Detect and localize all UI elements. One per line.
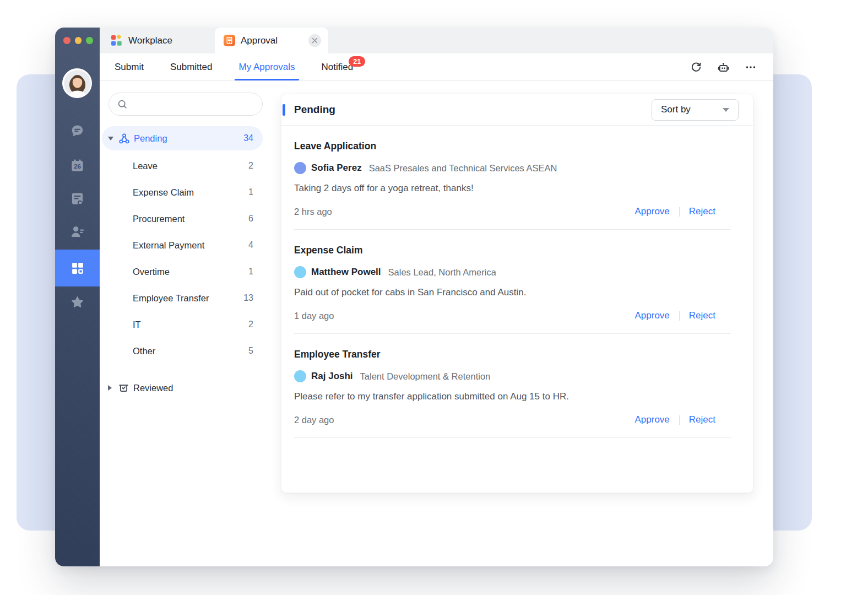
subnav-my-approvals[interactable]: My Approvals [238,53,295,80]
folder-category[interactable]: Leave 2 [102,153,263,179]
tab-close-button[interactable] [308,34,321,47]
approve-button[interactable]: Approve [634,206,669,217]
category-count: 1 [248,267,263,277]
content-area: Pending 34 Leave 2 Expense Claim 1 Procu… [100,81,773,566]
category-count: 1 [248,187,263,197]
chevron-down-icon [723,108,729,112]
request-description: Taking 2 days off for a yoga retreat, th… [294,182,731,195]
reviewed-archive-icon [118,382,129,394]
workplace-grid-icon [70,261,85,276]
search-icon [117,99,128,110]
category-count: 2 [248,161,263,171]
requester-avatar [294,370,306,382]
approval-card[interactable]: Expense Claim Matthew Powell Sales Lead,… [294,230,731,334]
approval-app-icon [224,35,235,46]
folder-pending-count: 34 [243,133,263,143]
action-divider [679,415,680,425]
tab-workplace[interactable]: Workplace [100,28,215,53]
assistant-bot-icon[interactable] [717,61,730,74]
svg-text:26: 26 [74,163,82,170]
category-label: Overtime [133,267,170,277]
folder-category[interactable]: Other 5 [102,338,263,364]
more-options-icon[interactable] [745,61,757,73]
approval-card[interactable]: Employee Transfer Raj Joshi Talent Devel… [294,334,731,438]
requester-department: SaaS Presales and Technical Services ASE… [369,163,557,174]
request-timestamp: 1 day ago [294,311,334,321]
approval-subnav: Submit Submitted My Approvals Notified 2… [100,53,773,81]
requester-name: Sofia Perez [311,163,362,174]
collapse-caret-icon[interactable] [108,137,113,140]
action-divider [679,207,680,217]
approve-button[interactable]: Approve [634,310,669,321]
requester-avatar [294,266,306,278]
sidebar-messenger-icon[interactable] [55,123,100,138]
category-count: 13 [243,293,263,303]
tab-approval-label: Approval [241,35,278,46]
sidebar-contacts-icon[interactable] [55,224,100,239]
approval-app-window: 26 Workplace Approval [55,28,773,566]
requester-name: Matthew Powell [311,267,381,278]
traffic-light-close[interactable] [63,37,70,44]
subnav-submitted[interactable]: Submitted [170,53,213,80]
sidebar-workplace-item[interactable] [55,250,100,286]
category-count: 2 [248,320,263,329]
app-sidebar: 26 [55,28,100,566]
request-description: Please refer to my transfer application … [294,390,731,403]
close-icon [312,37,318,44]
user-avatar[interactable] [62,68,92,98]
card-type-title: Expense Claim [294,244,731,257]
reject-button[interactable]: Reject [689,206,715,217]
folder-category[interactable]: Employee Transfer 13 [102,285,263,311]
card-footer: 2 day ago Approve Reject [294,414,731,425]
folder-category[interactable]: Overtime 1 [102,258,263,285]
card-footer: 2 hrs ago Approve Reject [294,206,731,217]
folder-reviewed[interactable]: Reviewed [102,375,263,401]
reject-button[interactable]: Reject [689,310,715,321]
search-box[interactable] [109,93,263,116]
accent-bar [283,104,285,116]
sidebar-favorites-icon[interactable] [55,295,100,310]
request-description: Paid out of pocket for cabs in San Franc… [294,286,731,299]
pending-workflow-icon [118,133,130,144]
request-timestamp: 2 hrs ago [294,207,332,217]
category-count: 6 [248,214,263,224]
category-label: Other [133,346,155,356]
folder-category[interactable]: External Payment 4 [102,232,263,258]
card-actions: Approve Reject [634,310,715,321]
approval-card[interactable]: Leave Application Sofia Perez SaaS Presa… [294,126,731,230]
approve-button[interactable]: Approve [634,414,669,425]
requester-name: Raj Joshi [311,371,353,382]
sidebar-calendar-icon[interactable]: 26 [55,158,100,173]
traffic-light-minimize[interactable] [75,37,82,44]
card-footer: 1 day ago Approve Reject [294,310,731,321]
window-controls [63,37,93,44]
category-label: Expense Claim [133,187,194,198]
folder-category[interactable]: Procurement 6 [102,205,263,232]
folder-category[interactable]: IT 2 [102,311,263,338]
sort-by-dropdown[interactable]: Sort by [652,99,739,121]
subnav-submit[interactable]: Submit [115,53,144,80]
reject-button[interactable]: Reject [689,414,715,425]
tab-approval[interactable]: Approval [215,28,328,53]
refresh-icon[interactable] [690,61,702,73]
folder-category[interactable]: Expense Claim 1 [102,179,263,205]
sidebar-docs-icon[interactable] [55,191,100,206]
requester-avatar [294,162,306,174]
search-input[interactable] [133,93,262,115]
expand-caret-icon[interactable] [108,385,112,391]
notified-count-badge: 21 [349,56,365,67]
request-timestamp: 2 day ago [294,415,334,425]
folder-list: Pending 34 Leave 2 Expense Claim 1 Procu… [102,126,263,401]
category-count: 4 [248,240,263,250]
traffic-light-zoom[interactable] [86,37,93,44]
folder-pending[interactable]: Pending 34 [102,126,263,150]
action-divider [679,311,680,321]
category-label: Leave [133,161,158,171]
card-person-row: Raj Joshi Talent Development & Retention [294,370,731,382]
subnav-notified[interactable]: Notified 21 [322,53,354,80]
folders-panel: Pending 34 Leave 2 Expense Claim 1 Procu… [100,81,273,566]
card-person-row: Sofia Perez SaaS Presales and Technical … [294,162,731,174]
main-area: Pending Sort by Leave Application Sofia … [273,81,773,566]
folder-reviewed-label: Reviewed [133,383,173,393]
app-tab-strip: Workplace Approval [100,28,773,53]
